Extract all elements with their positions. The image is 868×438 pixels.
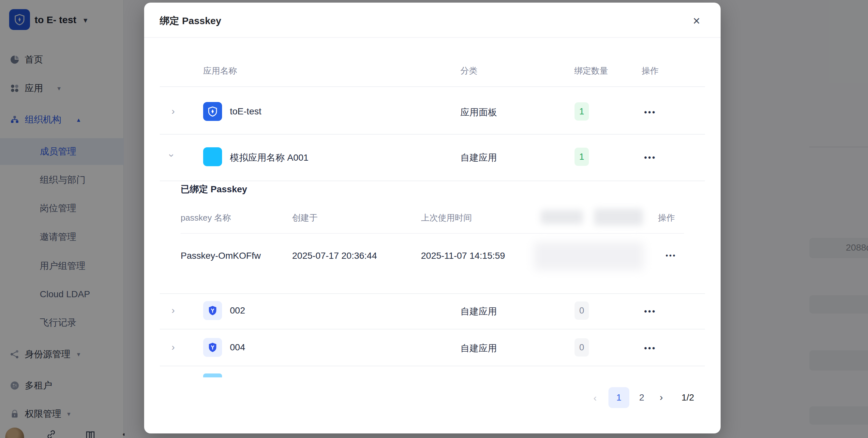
passkey-created: 2025-07-17 20:36:44 — [292, 250, 377, 261]
pagination-prev-icon[interactable]: ‹ — [593, 392, 597, 403]
column-header-app-name: 应用名称 — [203, 65, 237, 76]
app-category: 自建应用 — [460, 342, 497, 355]
redacted-column-header — [540, 210, 583, 224]
bind-count-badge: 0 — [575, 338, 589, 357]
divider — [160, 293, 705, 294]
close-icon[interactable]: × — [688, 12, 705, 29]
bound-passkey-section-title: 已绑定 Passkey — [181, 183, 247, 196]
app-name: 002 — [230, 305, 245, 316]
chevron-right-icon[interactable]: › — [172, 106, 175, 117]
bind-count-badge: 1 — [575, 102, 589, 121]
screen: to E- test ▾ 首页 应用 ▾ — [0, 0, 868, 438]
app-icon-blue-shield — [203, 301, 222, 320]
app-icon-cyan — [203, 147, 222, 166]
divider — [144, 37, 721, 38]
column-header-created: 创建于 — [292, 212, 318, 224]
pagination-page-1[interactable]: 1 — [609, 387, 629, 408]
chevron-right-icon[interactable]: › — [172, 305, 175, 316]
app-category: 自建应用 — [460, 305, 497, 318]
column-header-passkey-name: passkey 名称 — [181, 212, 231, 224]
app-category: 自建应用 — [460, 151, 497, 164]
modal-title: 绑定 Passkey — [160, 14, 221, 28]
column-header-count: 绑定数量 — [574, 65, 608, 76]
row-actions-ellipsis-icon[interactable]: ••• — [641, 107, 660, 117]
bind-count-badge: 1 — [575, 148, 589, 166]
row-actions-ellipsis-icon[interactable]: ••• — [641, 343, 660, 352]
app-name: 模拟应用名称 A001 — [230, 151, 308, 164]
bind-passkey-modal: 绑定 Passkey × 应用名称 分类 绑定数量 操作 › toE-test … — [144, 3, 721, 433]
row-actions-ellipsis-icon[interactable]: ••• — [641, 153, 660, 162]
divider — [160, 180, 705, 181]
redacted-column-header — [594, 209, 643, 226]
column-header-last-used: 上次使用时间 — [421, 212, 472, 224]
app-category: 应用面板 — [460, 106, 497, 119]
passkey-last-used: 2025-11-07 14:15:59 — [421, 250, 505, 261]
chevron-right-icon[interactable]: › — [172, 341, 175, 352]
pagination-page-2[interactable]: 2 — [635, 392, 648, 403]
redacted-cell — [534, 242, 644, 270]
divider — [160, 134, 705, 135]
divider — [160, 329, 705, 330]
divider — [181, 233, 684, 234]
app-icon-blue-shield — [203, 338, 222, 357]
divider — [160, 366, 705, 366]
app-name: 004 — [230, 342, 245, 352]
pagination-next-icon[interactable]: › — [655, 392, 668, 403]
row-actions-ellipsis-icon[interactable]: ••• — [641, 307, 660, 316]
column-header-category: 分类 — [460, 65, 477, 76]
pagination-summary: 1/2 — [681, 392, 694, 403]
passkey-name: Passkey-OmKOFfw — [181, 250, 261, 261]
divider — [160, 87, 705, 87]
app-name: toE-test — [230, 106, 261, 117]
chevron-expanded-icon[interactable]: › — [166, 154, 177, 157]
next-row-app-icon-clipped — [203, 373, 222, 377]
bind-count-badge: 0 — [575, 301, 589, 320]
column-header-passkey-actions: 操作 — [658, 212, 675, 224]
app-icon-shield — [203, 102, 222, 121]
column-header-actions: 操作 — [642, 65, 659, 76]
row-actions-ellipsis-icon[interactable]: ••• — [661, 252, 681, 260]
